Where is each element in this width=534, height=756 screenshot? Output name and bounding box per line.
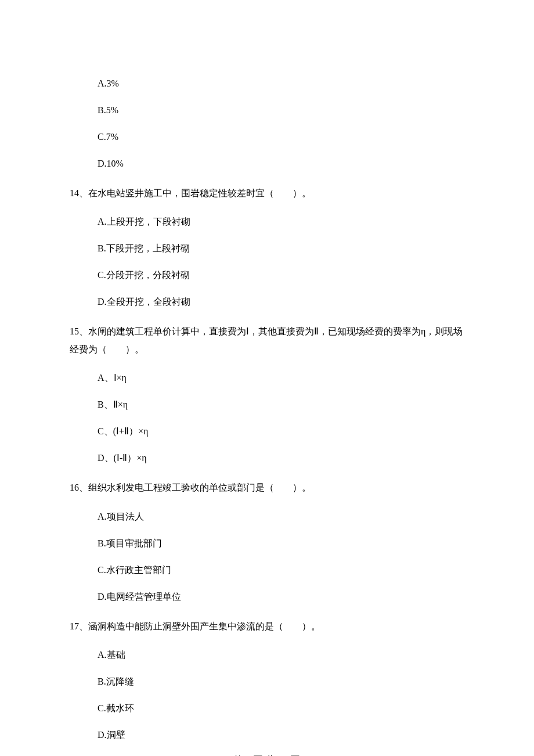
q16-stem: 16、组织水利发电工程竣工验收的单位或部门是（ ）。 <box>70 479 470 496</box>
q14-option-c: C.分段开挖，分段衬砌 <box>98 268 470 282</box>
q16-option-c: C.水行政主管部门 <box>98 563 470 577</box>
q17-option-b: B.沉降缝 <box>98 675 470 689</box>
q14-option-a: A.上段开挖，下段衬砌 <box>98 215 470 229</box>
q14-stem: 14、在水电站竖井施工中，围岩稳定性较差时宜（ ）。 <box>70 185 470 202</box>
q16-option-d: D.电网经营管理单位 <box>98 590 470 604</box>
q13-option-a: A.3% <box>98 77 470 91</box>
q13-option-c: C.7% <box>98 130 470 144</box>
q17-option-d: D.洞壁 <box>98 728 470 742</box>
q15-option-d: D、(Ⅰ-Ⅱ）×η <box>98 451 470 465</box>
q15-stem: 15、水闸的建筑工程单价计算中，直接费为Ⅰ，其他直接费为Ⅱ，已知现场经费的费率为… <box>70 323 470 358</box>
q17-stem: 17、涵洞构造中能防止洞壁外围产生集中渗流的是（ ）。 <box>70 618 470 635</box>
q13-option-d: D.10% <box>98 157 470 171</box>
q15-option-b: B、Ⅱ×η <box>98 398 470 412</box>
q13-option-b: B.5% <box>98 103 470 117</box>
page-footer: 第 4 页 共 22 页 <box>0 753 534 756</box>
q17-option-c: C.截水环 <box>98 701 470 715</box>
page: A.3% B.5% C.7% D.10% 14、在水电站竖井施工中，围岩稳定性较… <box>0 0 534 756</box>
q14-option-b: B.下段开挖，上段衬砌 <box>98 242 470 255</box>
q14-option-d: D.全段开挖，全段衬砌 <box>98 295 470 309</box>
q17-option-a: A.基础 <box>98 648 470 662</box>
q15-option-c: C、(Ⅰ+Ⅱ）×η <box>98 424 470 438</box>
q16-option-b: B.项目审批部门 <box>98 537 470 550</box>
q16-option-a: A.项目法人 <box>98 510 470 524</box>
q15-option-a: A、Ⅰ×η <box>98 371 470 385</box>
